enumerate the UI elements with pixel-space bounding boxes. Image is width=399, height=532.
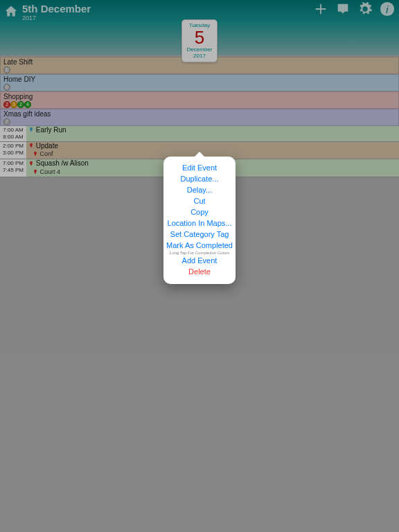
menu-item[interactable]: Edit Event (163, 162, 236, 173)
menu-hint: Long Tap For Completion Colors (163, 251, 236, 255)
menu-add-event[interactable]: Add Event (163, 255, 236, 266)
menu-item[interactable]: Copy (163, 206, 236, 218)
menu-item[interactable]: Set Category Tag (163, 229, 236, 240)
menu-item[interactable]: Mark As Completed (163, 240, 236, 251)
menu-item[interactable]: Delay... (163, 184, 236, 195)
menu-delete[interactable]: Delete (163, 266, 236, 277)
app-root: 5th December 2017 i Tuesday 5 December 2… (0, 0, 399, 532)
menu-item[interactable]: Cut (163, 195, 236, 206)
context-menu: Edit EventDuplicate...Delay...CutCopyLoc… (163, 157, 236, 284)
menu-item[interactable]: Location In Maps... (163, 218, 236, 229)
menu-item[interactable]: Duplicate... (163, 173, 236, 184)
